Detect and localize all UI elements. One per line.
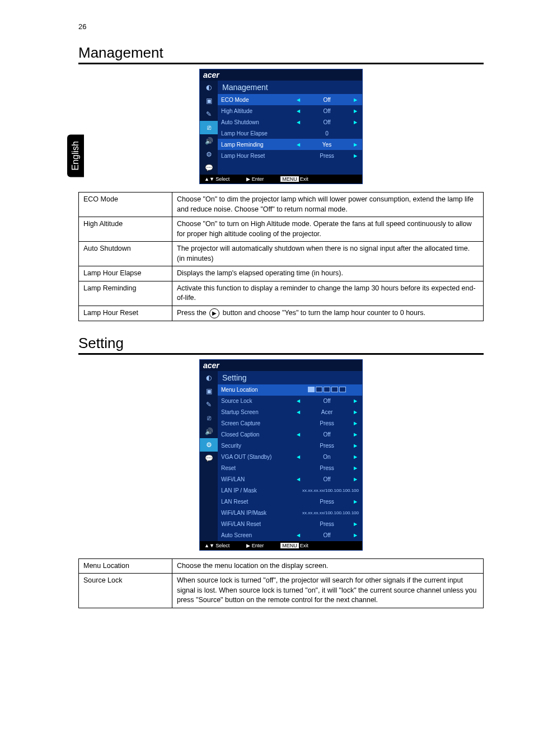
left-arrow-icon: ◀: [295, 454, 302, 459]
cell-name: Source Lock: [79, 574, 172, 608]
right-arrow-icon: ▶: [352, 109, 359, 114]
osd-label: Lamp Reminding: [221, 142, 295, 148]
osd-tab-audio: 🔊: [200, 425, 218, 438]
right-arrow-icon: ▶: [352, 432, 359, 437]
osd-tab-language: 💬: [200, 161, 218, 175]
osd-footer-select: ▲▼ Select: [204, 176, 229, 182]
osd-tab-display: ✎: [200, 398, 218, 411]
osd-tab-audio: 🔊: [200, 134, 218, 148]
cell-desc: The projector will automatically shutdow…: [172, 242, 484, 266]
table-row: Source Lock When source lock is turned "…: [79, 574, 484, 608]
left-arrow-icon: ◀: [295, 97, 302, 102]
language-tab: English: [67, 134, 84, 177]
osd-footer-exit: Exit: [300, 543, 308, 548]
cell-desc: When source lock is turned "off", the pr…: [172, 574, 484, 608]
osd-value: Off: [302, 97, 352, 103]
osd-row-lamphour: Lamp Hour Elapse 0: [218, 128, 362, 139]
right-arrow-icon: ▶: [352, 443, 359, 448]
osd-row: ResetPress▶: [218, 463, 362, 474]
osd-row: Closed Caption◀Off▶: [218, 429, 362, 440]
osd-title: Management: [218, 81, 362, 94]
osd-value: Press: [302, 420, 352, 426]
cell-name: Lamp Reminding: [79, 281, 172, 306]
management-heading: Management: [78, 44, 484, 64]
osd-tab-language: 💬: [200, 452, 218, 465]
osd-row: Screen CapturePress▶: [218, 418, 362, 429]
cell-name: Menu Location: [79, 558, 172, 574]
cell-name: Auto Shutdown: [79, 242, 172, 266]
osd-value: Off: [302, 398, 352, 404]
right-arrow-icon: ▶: [352, 477, 359, 482]
right-arrow-icon: ▶: [352, 97, 359, 102]
osd-label: WiFi/LAN: [221, 476, 295, 482]
right-arrow-icon: ▶: [352, 142, 359, 147]
osd-value: xx.xx.xx.xx/100.100.100.100: [290, 488, 359, 493]
osd-value: Press: [302, 443, 352, 449]
osd-value: Acer: [302, 409, 352, 415]
osd-label: High Altitude: [221, 108, 295, 114]
right-arrow-icon: ▶: [352, 398, 359, 403]
osd-label: ECO Mode: [221, 97, 295, 103]
osd-value: Press: [302, 499, 352, 505]
osd-value: Yes: [302, 142, 352, 148]
osd-row: WiFi/LAN◀Off▶: [218, 474, 362, 485]
osd-footer: ▲▼ Select ▶ Enter MENUExit: [200, 541, 362, 550]
osd-row: Auto Screen◀Off▶: [218, 530, 362, 541]
cell-desc: Choose "On" to turn on High Altitude mod…: [172, 217, 484, 242]
osd-tab-color: ◐: [200, 371, 218, 384]
osd-tab-setting: ⚙: [200, 148, 218, 161]
osd-tab-display: ✎: [200, 107, 218, 121]
page-number: 26: [78, 22, 484, 31]
osd-tab-color: ◐: [200, 81, 218, 94]
left-arrow-icon: ◀: [295, 533, 302, 538]
osd-row: WiFi/LAN ResetPress▶: [218, 519, 362, 530]
osd-value: On: [302, 454, 352, 460]
cell-name: Lamp Hour Elapse: [79, 266, 172, 281]
osd-label: Lamp Hour Elapse: [221, 130, 295, 137]
osd-label: WiFi/LAN Reset: [221, 521, 295, 527]
osd-footer: ▲▼ Select ▶ Enter MENUExit: [200, 175, 362, 184]
osd-label: LAN Reset: [221, 499, 295, 505]
osd-label: Menu Location: [221, 387, 302, 393]
right-arrow-icon: ▶: [352, 421, 359, 426]
left-arrow-icon: ◀: [295, 398, 302, 403]
cell-desc: Choose the menu location on the display …: [172, 558, 484, 574]
osd-tab-management: ⎚: [200, 411, 218, 425]
osd-row: Source Lock◀Off▶: [218, 396, 362, 407]
osd-brand: acer: [200, 69, 362, 81]
cell-desc: Displays the lamp's elapsed operating ti…: [172, 266, 484, 281]
table-row: Lamp Hour Elapse Displays the lamp's ela…: [79, 266, 484, 281]
cell-desc: Activate this function to display a remi…: [172, 281, 484, 306]
osd-footer-menu-key: MENU: [280, 543, 299, 548]
osd-footer-enter: ▶ Enter: [246, 176, 264, 182]
osd-title: Setting: [218, 371, 362, 384]
osd-footer-enter: ▶ Enter: [246, 543, 264, 548]
osd-label: Reset: [221, 465, 295, 471]
left-arrow-icon: ◀: [295, 142, 302, 147]
osd-tab-image: ▣: [200, 384, 218, 398]
osd-label: Source Lock: [221, 398, 295, 404]
osd-value: Off: [302, 431, 352, 438]
left-arrow-icon: ◀: [295, 120, 302, 125]
osd-tab-image: ▣: [200, 94, 218, 107]
osd-footer-exit: Exit: [300, 176, 308, 182]
right-arrow-icon: ▶: [352, 454, 359, 459]
left-arrow-icon: ◀: [295, 477, 302, 482]
table-row: ECO Mode Choose "On" to dim the projecto…: [79, 192, 484, 217]
right-arrow-icon: ▶: [352, 410, 359, 415]
table-row: High Altitude Choose "On" to turn on Hig…: [79, 217, 484, 242]
right-arrow-icon: ▶: [352, 499, 359, 504]
osd-row-eco: ECO Mode ◀ Off ▶: [218, 94, 362, 105]
setting-table: Menu Location Choose the menu location o…: [78, 558, 484, 608]
cell-desc: Choose "On" to dim the projector lamp wh…: [172, 192, 484, 217]
cell-name: ECO Mode: [79, 192, 172, 217]
osd-value: Off: [302, 532, 352, 538]
right-arrow-icon: ▶: [352, 153, 359, 158]
table-row: Lamp Reminding Activate this function to…: [79, 281, 484, 306]
management-table: ECO Mode Choose "On" to dim the projecto…: [78, 192, 484, 321]
osd-row: WiFi/LAN IP/Maskxx.xx.xx.xx/100.100.100.…: [218, 508, 362, 519]
osd-tab-setting: ⚙: [200, 438, 218, 452]
osd-value: Press: [302, 465, 352, 471]
left-arrow-icon: ◀: [295, 432, 302, 437]
management-osd: acer ◐ ▣ ✎ ⎚ 🔊 ⚙ 💬 Management ECO Mode ◀: [78, 69, 484, 184]
